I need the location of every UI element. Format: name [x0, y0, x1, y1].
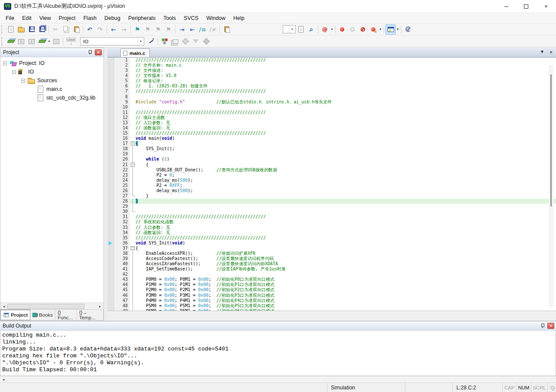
- open-file-button[interactable]: [16, 24, 26, 35]
- toolbar-grip[interactable]: [1, 37, 4, 46]
- scroll-thumb[interactable]: [7, 304, 84, 309]
- fold-margin[interactable]: [130, 214, 136, 219]
- minimize-button[interactable]: ─: [496, 0, 516, 13]
- code-line[interactable]: 46 P3M0 = 0x00; P3M1 = 0x00; //初始化P3口为准双…: [107, 293, 556, 298]
- fold-collapse-icon[interactable]: −: [131, 163, 135, 167]
- build-button[interactable]: [16, 36, 26, 47]
- menu-item-project[interactable]: Project: [55, 14, 80, 22]
- collapse-icon[interactable]: −: [12, 70, 16, 74]
- code-line[interactable]: 35//////////////////////////////////////…: [107, 235, 556, 241]
- toggle-breakpoint-button[interactable]: [337, 24, 347, 35]
- code-line[interactable]: 42: [107, 272, 556, 277]
- toolbar-grip[interactable]: [1, 25, 4, 34]
- code-line[interactable]: 41 IAP_SetTimeBase(); //设置IAP等待参数, 产生1us…: [107, 267, 556, 272]
- code-line[interactable]: 17−{: [107, 141, 556, 146]
- project-panel-close-button[interactable]: ×: [95, 49, 102, 55]
- code-line[interactable]: 30: [107, 209, 556, 214]
- build-log-line[interactable]: Program Size: data=8.3 edata+hdata=333 x…: [2, 346, 556, 353]
- code-line[interactable]: 32// 系统初始化函数: [107, 219, 556, 225]
- editor-vscrollbar[interactable]: [549, 65, 553, 307]
- fold-margin[interactable]: [130, 125, 136, 131]
- fold-margin[interactable]: [130, 230, 136, 235]
- fold-margin[interactable]: [130, 157, 136, 162]
- fold-margin[interactable]: [130, 73, 136, 78]
- tab-main-c[interactable]: main.c: [120, 48, 150, 57]
- code-line[interactable]: 5// 修改记录:: [107, 78, 556, 84]
- code-line[interactable]: 12// 项目主函数: [107, 115, 556, 120]
- code-line[interactable]: 39 AccessCodeFastest(); //设置最快速度访问程序代码: [107, 256, 556, 261]
- tree-item[interactable]: stc_usb_cdc_32g.lib: [0, 93, 103, 102]
- project-hscrollbar[interactable]: ◂ ▸: [0, 302, 103, 309]
- menu-item-help[interactable]: Help: [230, 14, 249, 22]
- target-options-button[interactable]: [146, 36, 156, 47]
- code-line[interactable]: 24 delay_ms(500);: [107, 178, 556, 183]
- undo-button[interactable]: ↶: [84, 24, 95, 35]
- code-line[interactable]: 3// 文件描述:: [107, 68, 556, 73]
- translate-button[interactable]: [6, 36, 16, 47]
- code-line[interactable]: 36void SYS_Init(void): [107, 241, 556, 246]
- fold-margin[interactable]: [130, 131, 136, 136]
- code-line[interactable]: 26 delay_ms(500);: [107, 188, 556, 193]
- find-button[interactable]: ⌕: [306, 24, 317, 35]
- workspace-tab-temp[interactable]: {}→ Temp...: [77, 310, 103, 320]
- scroll-left-icon[interactable]: ◂: [0, 377, 7, 382]
- find-in-files-button[interactable]: [296, 24, 306, 35]
- code-line[interactable]: 2// 文件名称: main.c: [107, 63, 556, 68]
- fold-margin[interactable]: [130, 251, 136, 256]
- fold-margin[interactable]: [130, 94, 136, 100]
- batch-build-button[interactable]: [37, 36, 47, 47]
- tree-item[interactable]: −Sources: [0, 76, 103, 85]
- code-line[interactable]: 44 P1M0 = 0x00; P1M1 = 0x00; //初始化P1口为准双…: [107, 282, 556, 287]
- code-editor[interactable]: 1///////////////////////////////////////…: [107, 58, 556, 311]
- workspace-tab-project[interactable]: Project: [0, 309, 30, 320]
- fold-margin[interactable]: [130, 173, 136, 178]
- fold-margin[interactable]: [130, 188, 136, 193]
- fold-margin[interactable]: [130, 219, 136, 225]
- chevron-down-icon[interactable]: ▾: [378, 27, 382, 31]
- workspace-tab-books[interactable]: Books: [30, 310, 55, 320]
- code-line[interactable]: 22 USBLIB_OUT_Done(); //查询方式处理USB接收的数据: [107, 167, 556, 173]
- disable-all-breakpoints-button[interactable]: [358, 24, 368, 35]
- fold-collapse-icon[interactable]: −: [131, 141, 135, 145]
- build-output-close-button[interactable]: ×: [547, 323, 554, 329]
- fold-margin[interactable]: [130, 136, 136, 141]
- chevron-down-icon[interactable]: ▾: [396, 27, 400, 31]
- fold-margin[interactable]: −: [130, 246, 136, 251]
- find-combo[interactable]: ▾: [283, 25, 296, 33]
- file-extensions-button[interactable]: [170, 36, 180, 47]
- pin-icon[interactable]: [87, 49, 93, 55]
- fold-margin[interactable]: [130, 241, 136, 246]
- fold-margin[interactable]: [130, 105, 136, 110]
- code-line[interactable]: 19: [107, 151, 556, 157]
- fold-margin[interactable]: [130, 193, 136, 199]
- fold-margin[interactable]: [130, 89, 136, 94]
- code-line[interactable]: 20 while (1): [107, 157, 556, 162]
- scroll-thumb[interactable]: [550, 74, 552, 206]
- indent-button[interactable]: ⇥: [177, 24, 187, 35]
- code-line[interactable]: 8: [107, 94, 556, 100]
- tree-item[interactable]: −IO: [0, 67, 103, 76]
- manage-rte-button[interactable]: [159, 36, 170, 47]
- code-line[interactable]: 48 P5M0 = 0x00; P5M1 = 0x00; //初始化P5口为准双…: [107, 303, 556, 308]
- code-line[interactable]: 1///////////////////////////////////////…: [107, 58, 556, 63]
- menu-item-svcs[interactable]: SVCS: [180, 14, 202, 22]
- outdent-button[interactable]: ⇤: [187, 24, 197, 35]
- menu-item-peripherals[interactable]: Peripherals: [124, 14, 159, 22]
- code-line[interactable]: 13// 入口参数: 无: [107, 120, 556, 125]
- configure-tools-button[interactable]: [403, 24, 413, 35]
- code-line[interactable]: 7///////////////////////////////////////…: [107, 89, 556, 94]
- fold-margin[interactable]: [130, 235, 136, 241]
- fold-margin[interactable]: [130, 78, 136, 84]
- code-line[interactable]: 6// 1. (2025-03-28) 创建文件: [107, 84, 556, 89]
- fold-margin[interactable]: [130, 267, 136, 272]
- menu-item-view[interactable]: View: [36, 14, 55, 22]
- code-line[interactable]: 43 P0M0 = 0x00; P0M1 = 0x00; //初始化P0口为准双…: [107, 277, 556, 282]
- fold-margin[interactable]: [130, 272, 136, 277]
- build-log-line[interactable]: Build Time Elapsed: 00:00:01: [2, 366, 556, 373]
- code-line[interactable]: 9#include "config.h" //默认已包含stdio.h、intr…: [107, 100, 556, 105]
- menu-item-tools[interactable]: Tools: [159, 14, 180, 22]
- code-line[interactable]: 16void main(void): [107, 136, 556, 141]
- menu-item-edit[interactable]: Edit: [18, 14, 36, 22]
- build-output-hscrollbar[interactable]: ◂: [0, 376, 556, 382]
- save-all-button[interactable]: [37, 24, 47, 35]
